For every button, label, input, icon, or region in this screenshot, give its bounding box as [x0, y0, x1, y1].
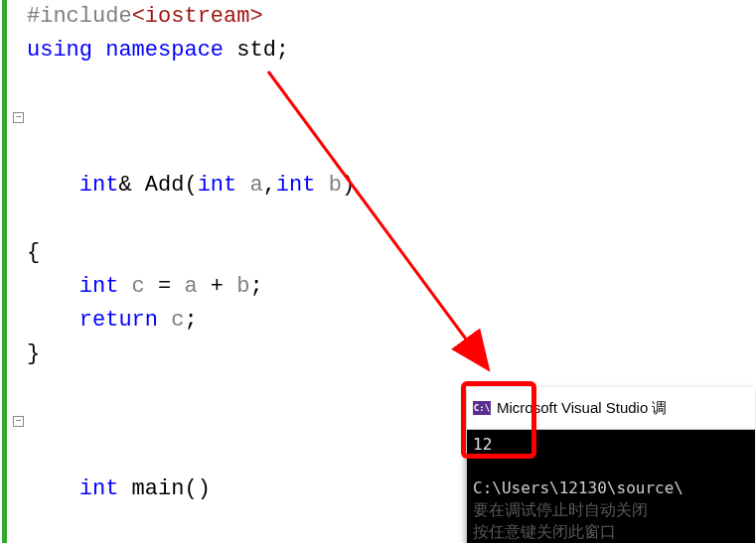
program-output: 12 [473, 435, 492, 454]
fold-toggle-icon[interactable]: − [13, 416, 24, 427]
include-header: <iostream> [132, 4, 263, 29]
console-window[interactable]: C:\ Microsoft Visual Studio 调 12 C:\User… [467, 387, 755, 543]
code-line: int c = a + b; [27, 270, 756, 304]
console-title-text: Microsoft Visual Studio 调 [497, 391, 667, 425]
code-line: } [27, 338, 756, 371]
code-line: − int& Add(int a,int b) [27, 101, 756, 236]
fold-toggle-icon[interactable]: − [13, 112, 24, 123]
console-output: 12 C:\Users\12130\source\ 要在调试停止时自动关闭 按任… [467, 430, 755, 543]
code-line: using namespace std; [27, 34, 756, 68]
console-line: 按任意键关闭此窗口 [473, 522, 616, 541]
console-path: C:\Users\12130\source\ [473, 478, 683, 497]
preproc-directive: #include [27, 4, 132, 29]
code-line: #include<iostream> [27, 0, 756, 34]
blank-line [27, 68, 756, 101]
console-line: 要在调试停止时自动关闭 [473, 500, 648, 519]
vs-console-icon: C:\ [473, 401, 491, 415]
console-titlebar[interactable]: C:\ Microsoft Visual Studio 调 [467, 387, 755, 430]
code-line: return c; [27, 304, 756, 338]
code-line: { [27, 236, 756, 270]
